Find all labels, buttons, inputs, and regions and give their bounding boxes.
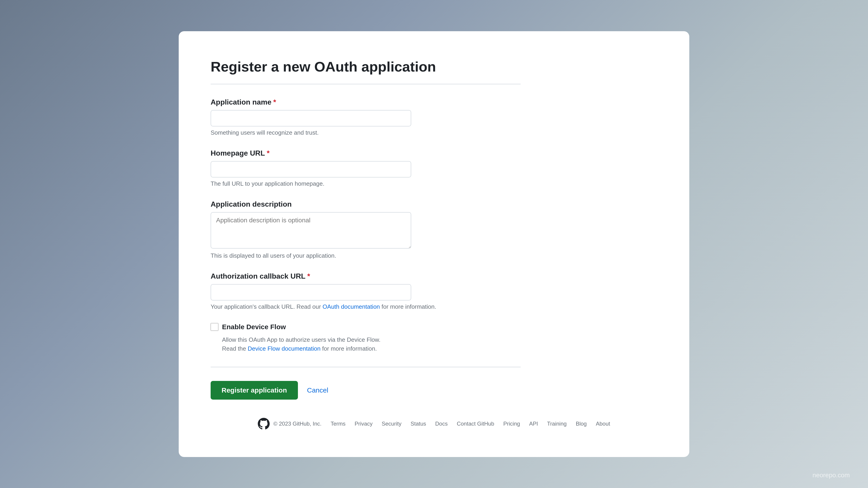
device-flow-group: Enable Device Flow Allow this OAuth App … [211, 323, 521, 353]
device-flow-docs-link[interactable]: Device Flow documentation [248, 345, 320, 352]
footer-copyright: © 2023 GitHub, Inc. [273, 421, 321, 427]
device-flow-checkbox[interactable] [211, 323, 218, 331]
form-divider-bottom [211, 367, 521, 367]
footer-link-docs[interactable]: Docs [435, 421, 448, 427]
app-name-help: Something users will recognize and trust… [211, 129, 521, 136]
description-label: Application description [211, 200, 521, 208]
description-group: Application description This is displaye… [211, 200, 521, 259]
homepage-url-input[interactable] [211, 161, 411, 177]
main-card: Register a new OAuth application Applica… [179, 31, 689, 457]
description-help: This is displayed to all users of your a… [211, 252, 521, 259]
footer-link-about[interactable]: About [596, 421, 610, 427]
app-name-required: * [273, 98, 276, 106]
homepage-url-help: The full URL to your application homepag… [211, 180, 521, 187]
footer-link-pricing[interactable]: Pricing [503, 421, 520, 427]
footer-link-blog[interactable]: Blog [576, 421, 587, 427]
footer-link-contact-github[interactable]: Contact GitHub [457, 421, 494, 427]
cancel-button[interactable]: Cancel [307, 386, 328, 394]
github-logo-icon [258, 418, 270, 430]
footer-link-terms[interactable]: Terms [331, 421, 345, 427]
device-flow-label: Enable Device Flow [222, 323, 286, 331]
form-container: Register a new OAuth application Applica… [211, 59, 521, 400]
callback-url-label: Authorization callback URL * [211, 272, 521, 281]
callback-url-input[interactable] [211, 284, 411, 300]
watermark: neorepo.com [813, 471, 850, 479]
homepage-url-group: Homepage URL * The full URL to your appl… [211, 149, 521, 187]
footer: © 2023 GitHub, Inc. Terms Privacy Securi… [211, 400, 657, 430]
device-flow-row: Enable Device Flow [211, 323, 521, 331]
button-row: Register application Cancel [211, 381, 521, 400]
callback-url-required: * [307, 272, 310, 281]
callback-url-group: Authorization callback URL * Your applic… [211, 272, 521, 310]
register-button[interactable]: Register application [211, 381, 298, 400]
description-textarea[interactable] [211, 212, 411, 249]
oauth-docs-link[interactable]: OAuth documentation [322, 303, 380, 310]
title-divider [211, 84, 521, 84]
footer-link-training[interactable]: Training [547, 421, 567, 427]
footer-logo-group: © 2023 GitHub, Inc. [258, 418, 321, 430]
footer-link-status[interactable]: Status [410, 421, 426, 427]
homepage-url-label: Homepage URL * [211, 149, 521, 157]
homepage-url-required: * [267, 149, 270, 157]
footer-link-privacy[interactable]: Privacy [355, 421, 373, 427]
app-name-group: Application name * Something users will … [211, 98, 521, 136]
app-name-label: Application name * [211, 98, 521, 106]
callback-url-help: Your application's callback URL. Read ou… [211, 303, 521, 310]
footer-link-security[interactable]: Security [382, 421, 402, 427]
page-title: Register a new OAuth application [211, 59, 521, 75]
app-name-input[interactable] [211, 110, 411, 126]
device-flow-description: Allow this OAuth App to authorize users … [222, 335, 521, 353]
footer-link-api[interactable]: API [529, 421, 538, 427]
